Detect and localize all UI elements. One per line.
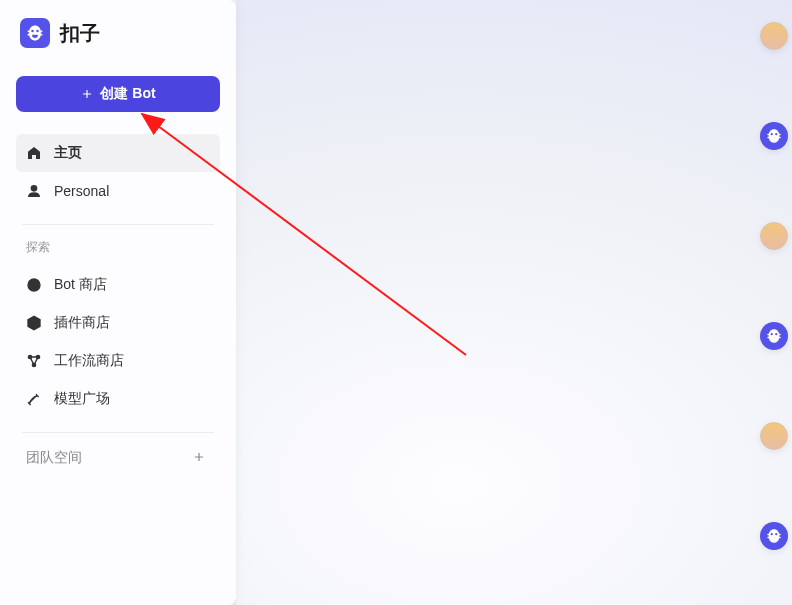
svg-point-1 (28, 279, 40, 291)
sidebar-item-plugin-store[interactable]: 插件商店 (16, 304, 220, 342)
home-icon (26, 145, 42, 161)
brand: 扣子 (20, 18, 220, 48)
brand-logo-icon (20, 18, 50, 48)
explore-section-header: 探索 (26, 239, 210, 256)
home-label: 主页 (54, 144, 82, 162)
sidebar-item-bot-store[interactable]: Bot 商店 (16, 266, 220, 304)
create-bot-label: 创建 Bot (100, 85, 155, 103)
floating-avatar[interactable] (760, 222, 788, 250)
workflow-store-label: 工作流商店 (54, 352, 124, 370)
team-header-label: 团队空间 (26, 449, 82, 467)
plus-icon (80, 87, 94, 101)
floating-bot-icon[interactable] (760, 322, 788, 350)
sidebar-item-workflow-store[interactable]: 工作流商店 (16, 342, 220, 380)
personal-label: Personal (54, 183, 109, 199)
divider (22, 224, 214, 225)
floating-avatar[interactable] (760, 422, 788, 450)
create-bot-button[interactable]: 创建 Bot (16, 76, 220, 112)
plus-icon (192, 450, 206, 464)
team-section-header: 团队空间 (26, 447, 210, 469)
smile-icon (26, 277, 42, 293)
workflow-icon (26, 353, 42, 369)
svg-point-0 (31, 186, 36, 191)
floating-avatar[interactable] (760, 22, 788, 50)
floating-badges (760, 22, 788, 550)
floating-bot-icon[interactable] (760, 122, 788, 150)
sidebar-item-home[interactable]: 主页 (16, 134, 220, 172)
main-content (236, 0, 792, 605)
divider (22, 432, 214, 433)
plugin-store-label: 插件商店 (54, 314, 110, 332)
user-icon (26, 183, 42, 199)
floating-bot-icon[interactable] (760, 522, 788, 550)
sidebar: 扣子 创建 Bot 主页 Personal 探索 Bot 商店 插件商店 工作流… (0, 0, 236, 605)
model-square-label: 模型广场 (54, 390, 110, 408)
sidebar-item-model-square[interactable]: 模型广场 (16, 380, 220, 418)
sidebar-item-personal[interactable]: Personal (16, 172, 220, 210)
brand-title: 扣子 (60, 20, 100, 47)
add-team-button[interactable] (188, 447, 210, 469)
bot-store-label: Bot 商店 (54, 276, 107, 294)
satellite-icon (26, 391, 42, 407)
cube-icon (26, 315, 42, 331)
